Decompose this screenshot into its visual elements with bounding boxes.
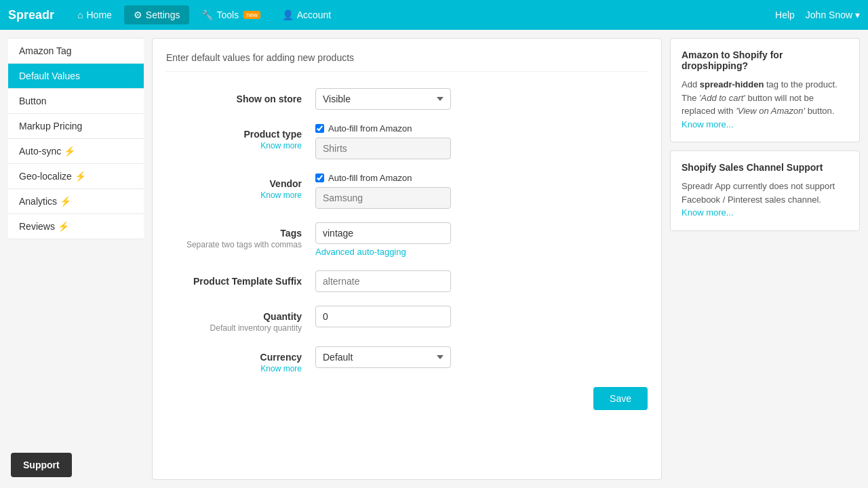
view-on-amazon-text: 'View on Amazon' <box>736 106 805 116</box>
shopify-sales-text: Spreadr App currently does not support F… <box>682 180 848 220</box>
main-layout: Amazon Tag Default Values Button Markup … <box>0 30 868 488</box>
nav-tools[interactable]: 🔧 Tools new <box>192 5 269 24</box>
help-link[interactable]: Help <box>775 9 795 20</box>
sidebar-item-geo-localize[interactable]: Geo-localize ⚡ <box>8 164 144 189</box>
field-vendor: Vendor Know more Auto-fill from Amazon <box>166 173 648 209</box>
tools-new-badge: new <box>243 11 260 19</box>
sidebar-item-auto-sync[interactable]: Auto-sync ⚡ <box>8 139 144 164</box>
field-currency: Currency Know more Default USD EUR GBP <box>166 346 648 373</box>
sidebar-item-markup-pricing[interactable]: Markup Pricing <box>8 114 144 139</box>
field-product-type: Product type Know more Auto-fill from Am… <box>166 123 648 159</box>
product-type-autofill-checkbox[interactable] <box>315 124 324 133</box>
amazon-shopify-title: Amazon to Shopify for dropshipping? <box>682 49 848 71</box>
currency-select[interactable]: Default USD EUR GBP <box>315 346 451 368</box>
info-card-shopify-sales: Shopify Sales Channel Support Spreadr Ap… <box>670 150 860 231</box>
nav-right: Help John Snow ▾ <box>775 9 860 20</box>
quantity-input[interactable] <box>315 306 451 327</box>
quantity-sublabel: Default inventory quantity <box>166 323 302 333</box>
field-quantity: Quantity Default inventory quantity <box>166 306 648 333</box>
shopify-sales-title: Shopify Sales Channel Support <box>682 162 848 173</box>
content-header: Enter default values for adding new prod… <box>166 52 648 72</box>
user-menu[interactable]: John Snow ▾ <box>806 9 860 20</box>
top-navigation: Spreadr ⌂ Home ⚙ Settings 🔧 Tools new 👤 … <box>0 0 868 30</box>
chevron-down-icon: ▾ <box>855 9 860 20</box>
sidebar-item-default-values[interactable]: Default Values <box>8 64 144 89</box>
sidebar-item-analytics[interactable]: Analytics ⚡ <box>8 189 144 214</box>
quantity-label: Quantity <box>166 311 302 322</box>
support-button[interactable]: Support <box>11 453 72 477</box>
settings-icon: ⚙ <box>134 9 142 20</box>
right-panel: Amazon to Shopify for dropshipping? Add … <box>670 38 860 480</box>
vendor-input <box>315 187 451 209</box>
vendor-autofill-label: Auto-fill from Amazon <box>328 173 412 183</box>
amazon-shopify-know-more[interactable]: Know more... <box>682 119 734 129</box>
tags-input[interactable] <box>315 222 451 244</box>
sidebar-item-button[interactable]: Button <box>8 89 144 114</box>
currency-know-more[interactable]: Know more <box>166 364 302 373</box>
sidebar-item-reviews[interactable]: Reviews ⚡ <box>8 214 144 239</box>
amazon-shopify-text: Add spreadr-hidden tag to the product. T… <box>682 78 848 131</box>
nav-settings[interactable]: ⚙ Settings <box>124 5 190 24</box>
home-icon: ⌂ <box>77 9 83 20</box>
product-template-suffix-label: Product Template Suffix <box>166 276 302 287</box>
show-on-store-select[interactable]: Visible Hidden Draft <box>315 88 451 110</box>
sidebar: Amazon Tag Default Values Button Markup … <box>8 38 144 480</box>
product-type-label: Product type <box>166 129 302 140</box>
product-type-know-more[interactable]: Know more <box>166 141 302 150</box>
tags-label: Tags <box>166 228 302 239</box>
spreadr-hidden-text: spreadr-hidden <box>700 79 764 89</box>
account-icon: 👤 <box>282 9 294 20</box>
product-type-autofill-label: Auto-fill from Amazon <box>328 123 412 134</box>
info-card-amazon-shopify: Amazon to Shopify for dropshipping? Add … <box>670 38 860 142</box>
vendor-autofill-checkbox[interactable] <box>315 174 324 182</box>
tags-sublabel: Separate two tags with commas <box>166 240 302 249</box>
content-area: Enter default values for adding new prod… <box>152 38 662 480</box>
save-button[interactable]: Save <box>593 387 648 410</box>
product-type-input <box>315 138 451 159</box>
shopify-sales-know-more[interactable]: Know more... <box>682 207 734 218</box>
vendor-label: Vendor <box>166 178 302 189</box>
field-product-template-suffix: Product Template Suffix <box>166 270 648 292</box>
add-to-cart-text: 'Add to cart' <box>699 93 745 103</box>
save-row: Save <box>166 387 648 410</box>
brand-logo[interactable]: Spreadr <box>8 8 54 22</box>
field-tags: Tags Separate two tags with commas Advan… <box>166 222 648 257</box>
currency-label: Currency <box>166 352 302 363</box>
tools-icon: 🔧 <box>201 9 213 20</box>
product-template-suffix-input[interactable] <box>315 270 451 292</box>
vendor-know-more[interactable]: Know more <box>166 190 302 200</box>
nav-links: ⌂ Home ⚙ Settings 🔧 Tools new 👤 Account <box>68 5 775 24</box>
advanced-auto-tagging-link[interactable]: Advanced auto-tagging <box>315 247 648 257</box>
nav-home[interactable]: ⌂ Home <box>68 5 121 24</box>
sidebar-item-amazon-tag[interactable]: Amazon Tag <box>8 38 144 64</box>
field-show-on-store: Show on store Visible Hidden Draft <box>166 88 648 110</box>
nav-account[interactable]: 👤 Account <box>273 5 341 24</box>
show-on-store-label: Show on store <box>166 94 302 104</box>
